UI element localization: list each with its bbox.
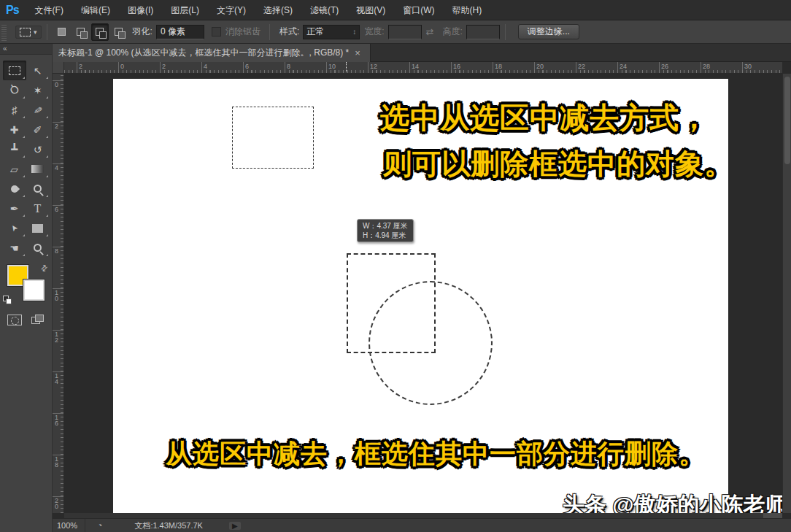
menu-item[interactable]: 视图(V) bbox=[347, 0, 394, 20]
gradient-tool[interactable] bbox=[26, 159, 50, 179]
menu-item[interactable]: 帮助(H) bbox=[444, 0, 491, 20]
ruler-number: 0 bbox=[120, 63, 124, 70]
ruler-tick bbox=[493, 62, 493, 74]
magic-wand-tool[interactable]: ✶ bbox=[26, 80, 50, 100]
move-tool-icon: ↖ bbox=[34, 66, 42, 76]
options-bar-grip[interactable] bbox=[1, 23, 7, 41]
menu-items: 文件(F)编辑(E)图像(I)图层(L)文字(Y)选择(S)滤镜(T)视图(V)… bbox=[26, 0, 491, 20]
ruler-number: 8 bbox=[55, 248, 58, 254]
menu-item[interactable]: 选择(S) bbox=[255, 0, 301, 20]
style-select[interactable]: 正常 ↕ bbox=[303, 25, 360, 39]
ruler-tick bbox=[576, 62, 576, 74]
ruler-number: 28 bbox=[703, 63, 710, 70]
subtract-from-selection-button[interactable] bbox=[91, 23, 109, 41]
menu-item[interactable]: 文件(F) bbox=[26, 0, 72, 20]
shape-tool[interactable] bbox=[26, 218, 50, 238]
path-selection-tool-icon: ➤ bbox=[9, 223, 19, 234]
eraser-tool[interactable]: ▱ bbox=[3, 159, 26, 179]
crop-tool[interactable]: ♯ bbox=[3, 100, 26, 120]
status-flyout-arrow-icon[interactable]: ▶ bbox=[229, 522, 241, 530]
marquee-preset-icon bbox=[20, 28, 31, 36]
ruler-corner[interactable] bbox=[53, 62, 64, 74]
type-tool[interactable]: T bbox=[26, 198, 50, 218]
canvas-viewport[interactable]: 选中从选区中减去方式， 则可以删除框选中的对象。 W：4.37 厘米 H：4.9… bbox=[64, 74, 782, 513]
quick-mask-button[interactable] bbox=[7, 315, 22, 325]
ruler-number: 10 bbox=[328, 63, 336, 70]
hand-tool[interactable]: ☚ bbox=[3, 238, 26, 258]
document-canvas[interactable]: 选中从选区中减去方式， 则可以删除框选中的对象。 W：4.37 厘米 H：4.9… bbox=[113, 79, 728, 513]
ruler-tick bbox=[201, 62, 202, 74]
add-to-selection-icon bbox=[77, 28, 85, 36]
brush-tool[interactable]: ✐ bbox=[26, 120, 50, 139]
scrollbar-thumb[interactable] bbox=[784, 77, 790, 164]
tools-grid: ↖Ϙ✶♯✎✚✐┻↺▱✒T➤☚ bbox=[0, 61, 52, 258]
panel-collapse-button[interactable]: « bbox=[0, 44, 52, 55]
menu-item[interactable]: 滤镜(T) bbox=[301, 0, 347, 20]
style-label: 样式: bbox=[279, 26, 299, 38]
rectangular-marquee-tool[interactable] bbox=[3, 61, 26, 80]
new-selection-button[interactable] bbox=[53, 23, 71, 41]
vertical-ruler[interactable]: 024681 01 21 41 61 82 0 bbox=[53, 74, 64, 513]
eyedropper-tool[interactable]: ✎ bbox=[26, 100, 50, 120]
horizontal-ruler[interactable]: 2024681012141618202224262830 bbox=[64, 62, 782, 74]
intersect-selection-button[interactable] bbox=[110, 23, 128, 41]
default-colors-icon[interactable] bbox=[3, 296, 12, 304]
menu-item[interactable]: 编辑(E) bbox=[72, 0, 119, 20]
vertical-scrollbar[interactable] bbox=[782, 74, 791, 513]
ruler-number: 14 bbox=[412, 63, 419, 70]
ruler-position-marker bbox=[346, 62, 347, 74]
zoom-tool[interactable] bbox=[26, 238, 50, 258]
tools-panel: « ↖Ϙ✶♯✎✚✐┻↺▱✒T➤☚ ⇄ bbox=[0, 44, 53, 532]
screen-mode-button[interactable] bbox=[31, 315, 45, 325]
close-tab-icon[interactable]: × bbox=[355, 47, 360, 58]
watermark-text: 头条 @傲娇的小陈老师 bbox=[563, 490, 782, 513]
hand-tool-icon: ☚ bbox=[9, 243, 19, 253]
pen-tool[interactable]: ✒ bbox=[3, 198, 26, 218]
feather-label: 羽化: bbox=[133, 26, 153, 38]
swap-dimensions-icon[interactable]: ⇄ bbox=[426, 26, 434, 37]
swap-colors-icon[interactable]: ⇄ bbox=[39, 263, 50, 274]
horizontal-scrollbar[interactable] bbox=[64, 513, 782, 518]
document-tab[interactable]: 未标题-1 @ 100% (从选区中减去，框选住其中一部分进行删除。, RGB/… bbox=[53, 44, 371, 62]
ruler-number: 20 bbox=[536, 63, 544, 70]
menu-item[interactable]: 窗口(W) bbox=[394, 0, 443, 20]
ruler-number: 16 bbox=[453, 63, 460, 70]
selection-rectangle-top bbox=[232, 107, 314, 169]
clone-stamp-tool[interactable]: ┻ bbox=[3, 139, 26, 159]
background-color-swatch[interactable] bbox=[23, 280, 45, 301]
document-size-info: 文档:1.43M/357.7K bbox=[134, 520, 203, 531]
healing-brush-tool[interactable]: ✚ bbox=[3, 120, 26, 139]
new-selection-icon bbox=[58, 28, 66, 36]
menu-item[interactable]: 文字(Y) bbox=[208, 0, 255, 20]
move-tool[interactable]: ↖ bbox=[26, 61, 50, 80]
feather-input[interactable] bbox=[156, 25, 204, 39]
ruler-tick bbox=[118, 62, 119, 74]
caption-top-line1: 选中从选区中减去方式， bbox=[380, 98, 709, 138]
panel-bottom-icons bbox=[3, 315, 50, 325]
menu-item[interactable]: 图层(L) bbox=[162, 0, 208, 20]
path-selection-tool[interactable]: ➤ bbox=[3, 218, 26, 238]
ruler-number: 12 bbox=[370, 63, 377, 70]
refine-edge-button[interactable]: 调整边缘... bbox=[518, 24, 579, 39]
ruler-number: 2 bbox=[162, 63, 166, 70]
ruler-number: 26 bbox=[661, 63, 668, 70]
color-swatches: ⇄ bbox=[3, 263, 50, 306]
add-to-selection-button[interactable] bbox=[72, 23, 90, 41]
ruler-number: 2 bbox=[79, 63, 82, 70]
chevron-down-icon: ▾ bbox=[34, 28, 37, 36]
antialias-checkbox[interactable] bbox=[212, 27, 221, 36]
height-input[interactable] bbox=[466, 25, 500, 39]
tool-preset-picker[interactable]: ▾ bbox=[15, 26, 42, 39]
shape-tool-icon bbox=[32, 224, 43, 233]
menu-item[interactable]: 图像(I) bbox=[119, 0, 162, 20]
ruler-number: 6 bbox=[55, 207, 58, 212]
dodge-tool-icon bbox=[34, 185, 42, 193]
width-input[interactable] bbox=[388, 25, 422, 39]
history-brush-tool[interactable]: ↺ bbox=[26, 139, 50, 159]
lasso-tool[interactable]: Ϙ bbox=[3, 80, 26, 100]
zoom-level[interactable]: 100% bbox=[53, 519, 85, 532]
ruler-number: 4 bbox=[55, 165, 58, 171]
dodge-tool[interactable] bbox=[26, 179, 50, 198]
photoshop-window: Ps 文件(F)编辑(E)图像(I)图层(L)文字(Y)选择(S)滤镜(T)视图… bbox=[0, 0, 791, 532]
blur-tool[interactable] bbox=[3, 179, 26, 198]
